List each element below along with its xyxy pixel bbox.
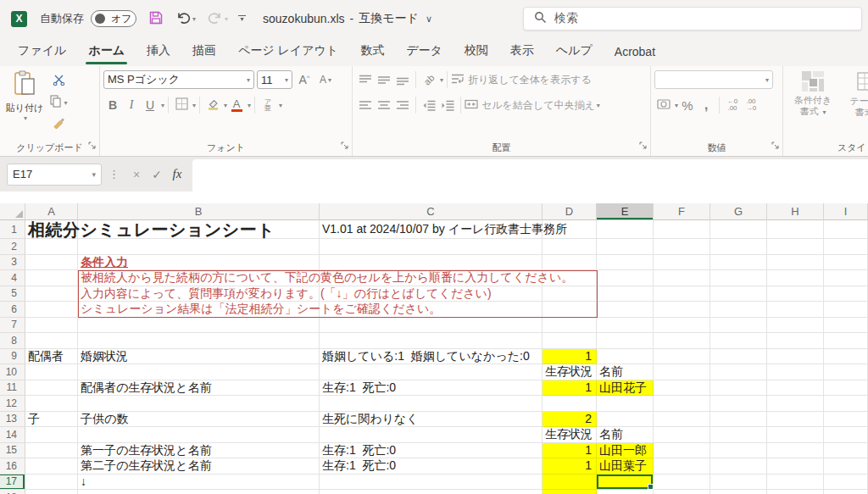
cell-E6[interactable]	[597, 302, 654, 318]
tab-データ[interactable]: データ	[395, 37, 453, 66]
cell-B17[interactable]: ↓	[78, 475, 320, 491]
cell-B13[interactable]: 子供の数	[78, 412, 320, 428]
cell-F10[interactable]	[654, 364, 710, 380]
cell-G13[interactable]	[710, 412, 767, 428]
cell-C9[interactable]: 婚姻している:1 婚姻していなかった:0	[320, 349, 542, 365]
cell-B2[interactable]	[78, 239, 320, 255]
cell-I10[interactable]	[824, 364, 868, 380]
cell-B16[interactable]: 第二子の生存状況と名前	[78, 458, 320, 475]
cell-B18[interactable]: ↓	[78, 490, 320, 494]
row-header-5[interactable]: 5	[0, 286, 25, 303]
cell-D18[interactable]	[542, 490, 597, 494]
cell-B10[interactable]	[78, 364, 320, 380]
cell-A15[interactable]	[25, 443, 78, 459]
column-header-C[interactable]: C	[320, 203, 542, 220]
cell-C18[interactable]	[320, 490, 542, 494]
dialog-launcher-icon[interactable]	[771, 137, 779, 153]
cell-D3[interactable]	[542, 255, 597, 271]
cell-F7[interactable]	[654, 318, 710, 334]
font-color-button[interactable]: A	[227, 96, 246, 114]
align-center-button[interactable]	[375, 96, 393, 114]
cell-A1[interactable]: 相続分シミュレーションシート	[25, 220, 78, 239]
cell-D8[interactable]	[542, 333, 597, 349]
cell-H7[interactable]	[767, 318, 824, 334]
cell-F18[interactable]	[654, 490, 710, 494]
cell-F1[interactable]	[654, 220, 710, 239]
cell-I8[interactable]	[824, 333, 868, 349]
cell-I13[interactable]	[824, 412, 868, 428]
cell-A6[interactable]	[25, 302, 78, 318]
format-as-table-button[interactable]: テーブル 書式設	[843, 71, 868, 118]
cell-C16[interactable]: 生存:1 死亡:0	[320, 458, 542, 475]
align-bottom-button[interactable]	[393, 70, 412, 89]
comma-style-button[interactable]: ,	[697, 96, 715, 114]
cell-F6[interactable]	[654, 302, 710, 318]
cell-C12[interactable]	[320, 396, 542, 412]
save-button[interactable]	[148, 10, 164, 28]
cell-H17[interactable]	[767, 475, 824, 491]
cell-D2[interactable]	[542, 239, 597, 255]
cell-B4[interactable]: 被相続人から見た続柄の方について、下記の黄色のセルを上から順番に入力してください…	[78, 270, 320, 286]
cell-H1[interactable]	[767, 220, 824, 239]
tab-Acrobat[interactable]: Acrobat	[604, 39, 666, 66]
cell-D5[interactable]	[542, 286, 597, 303]
wrap-text-button[interactable]: 折り返して全体を表示する	[451, 70, 592, 89]
cell-G15[interactable]	[710, 443, 767, 459]
cell-E11[interactable]: 山田花子	[597, 380, 654, 397]
row-header-4[interactable]: 4	[0, 270, 25, 286]
cell-G8[interactable]	[710, 333, 767, 349]
cell-I16[interactable]	[824, 458, 868, 475]
tab-表示[interactable]: 表示	[499, 37, 545, 66]
cell-D10[interactable]: 生存状況	[542, 364, 597, 380]
tab-校閲[interactable]: 校閲	[453, 37, 499, 66]
select-all-corner[interactable]	[0, 203, 25, 220]
column-header-E[interactable]: E	[597, 203, 654, 220]
cell-F12[interactable]	[654, 396, 710, 412]
cell-G16[interactable]	[710, 458, 767, 475]
cell-A2[interactable]	[25, 239, 78, 255]
merge-center-button[interactable]: セルを結合して中央揃え ▾	[465, 96, 600, 114]
row-header-7[interactable]: 7	[0, 318, 25, 334]
row-header-17[interactable]: 17	[0, 475, 25, 491]
column-header-I[interactable]: I	[824, 203, 868, 220]
cell-A17[interactable]	[25, 475, 78, 491]
cell-B7[interactable]	[78, 318, 320, 334]
increase-indent-button[interactable]	[438, 96, 457, 114]
cell-H16[interactable]	[767, 458, 824, 475]
cell-D7[interactable]	[542, 318, 597, 334]
bold-button[interactable]: B	[103, 96, 122, 114]
column-header-B[interactable]: B	[78, 203, 320, 220]
cell-A8[interactable]	[25, 333, 78, 349]
cell-D17[interactable]	[542, 475, 597, 491]
cell-B3[interactable]: 条件入力	[78, 255, 320, 271]
cell-G10[interactable]	[710, 364, 767, 380]
cell-H10[interactable]	[767, 364, 824, 380]
cell-I7[interactable]	[824, 318, 868, 334]
cell-F13[interactable]	[654, 412, 710, 428]
tab-描画[interactable]: 描画	[181, 37, 227, 66]
cell-C7[interactable]	[320, 318, 542, 334]
borders-button[interactable]	[172, 96, 191, 114]
cell-E16[interactable]: 山田葉子	[597, 458, 654, 475]
cell-I2[interactable]	[824, 239, 868, 255]
cell-H12[interactable]	[767, 396, 824, 412]
cell-A7[interactable]	[25, 318, 78, 334]
cell-I15[interactable]	[824, 443, 868, 459]
cell-A9[interactable]: 配偶者	[25, 349, 78, 365]
accounting-format-button[interactable]	[654, 96, 673, 114]
enter-entry-button[interactable]: ✓	[147, 164, 167, 185]
cell-I4[interactable]	[824, 270, 868, 286]
cell-D12[interactable]	[542, 396, 597, 412]
cell-A12[interactable]	[25, 396, 78, 412]
row-header-6[interactable]: 6	[0, 302, 25, 318]
cell-C14[interactable]	[320, 427, 542, 443]
cell-F5[interactable]	[654, 286, 710, 303]
cell-G9[interactable]	[710, 349, 767, 365]
orientation-button[interactable]: ab	[420, 70, 438, 89]
row-header-18[interactable]: 18	[0, 490, 25, 494]
column-header-F[interactable]: F	[654, 203, 710, 220]
cell-F15[interactable]	[654, 443, 710, 459]
cell-F9[interactable]	[654, 349, 710, 365]
cell-C11[interactable]: 生存:1 死亡:0	[320, 380, 542, 397]
cell-E7[interactable]	[597, 318, 654, 334]
